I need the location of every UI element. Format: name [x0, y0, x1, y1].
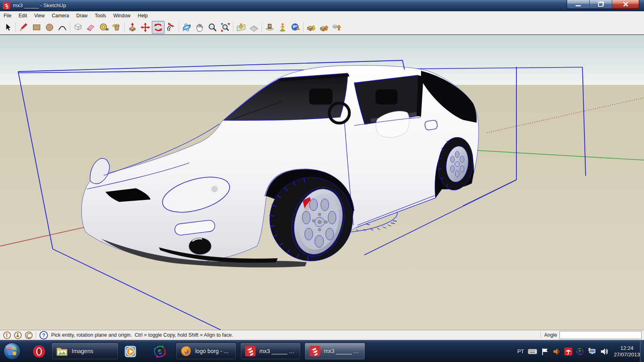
get-models-icon — [306, 22, 316, 33]
arc-tool-button[interactable] — [56, 21, 69, 34]
sketchup-icon — [309, 346, 320, 357]
show-desktop-button[interactable] — [640, 340, 644, 362]
orbit-tool-button[interactable] — [180, 21, 193, 34]
taskbar-button-firefox[interactable]: logo borg - ... — [176, 343, 236, 360]
select-arrow-icon — [3, 22, 13, 33]
opera-icon — [32, 344, 46, 359]
circle-icon — [44, 22, 55, 33]
menu-file[interactable]: File — [0, 12, 15, 20]
status-prompt: Pick entity, rotation plane and origin. … — [51, 332, 233, 338]
minimize-icon — [576, 5, 581, 6]
start-button[interactable] — [2, 341, 22, 361]
toolbar-separator — [124, 22, 125, 33]
menu-view[interactable]: View — [31, 12, 48, 20]
minimize-button[interactable] — [567, 0, 590, 8]
clock-time: 12:24 — [614, 345, 640, 352]
opera-launcher[interactable] — [31, 344, 47, 359]
windows-media-player-icon — [124, 345, 137, 358]
taskbar-button-imagens[interactable]: Imagens — [52, 343, 118, 360]
action-center-tray[interactable] — [541, 348, 549, 356]
menu-draw[interactable]: Draw — [73, 12, 91, 20]
follow-me-icon — [166, 22, 176, 33]
clock[interactable]: 12:24 27/07/2013 — [614, 345, 640, 358]
measurements-input[interactable] — [559, 331, 642, 339]
add-location-tool-button[interactable] — [235, 21, 248, 34]
network-icon — [588, 348, 597, 356]
measurement-label: Angle — [544, 332, 557, 338]
rectangle-tool-button[interactable] — [30, 21, 43, 34]
make-component-tool-button[interactable] — [72, 21, 85, 34]
folder-pictures-icon — [56, 346, 68, 356]
tape-measure-tool-button[interactable] — [97, 21, 110, 34]
rotate-tool-button[interactable] — [152, 21, 165, 34]
modeling-viewport[interactable] — [0, 35, 644, 330]
toolbar-separator — [233, 22, 233, 33]
share-model-tool-button[interactable] — [318, 21, 330, 34]
avira-antivirus-tray[interactable] — [564, 348, 572, 356]
menu-camera[interactable]: Camera — [48, 12, 73, 20]
follow-me-tool-button[interactable] — [165, 21, 178, 34]
terrain-icon — [249, 22, 259, 33]
audio-manager-tray[interactable] — [553, 348, 561, 356]
language-indicator[interactable]: PT — [517, 348, 524, 354]
menu-tools[interactable]: Tools — [91, 12, 110, 20]
toolbar-separator — [303, 22, 303, 33]
close-button[interactable] — [612, 0, 639, 8]
select-tool-button[interactable] — [2, 21, 14, 34]
firefox-icon — [180, 346, 192, 357]
seat-headrest-left — [309, 88, 332, 105]
toggle-terrain-tool-button[interactable] — [248, 21, 260, 34]
google-earth-tool-button[interactable] — [289, 21, 302, 34]
signin-icon[interactable] — [25, 331, 33, 339]
avira-umbrella-icon — [564, 348, 572, 356]
menu-edit[interactable]: Edit — [15, 12, 31, 20]
network-tray[interactable] — [588, 348, 597, 356]
fog-light — [189, 238, 211, 255]
desktop: mx3 _____ - SketchUp File Edit View Came… — [0, 0, 644, 362]
menu-help[interactable]: Help — [134, 12, 151, 20]
taskbar-button-label: Imagens — [72, 348, 93, 354]
photo-textures-tool-button[interactable] — [263, 21, 276, 34]
flag-icon — [541, 348, 549, 356]
close-icon — [623, 2, 628, 7]
taskbar-button-label: logo borg - ... — [195, 348, 229, 354]
paint-bucket-tool-button[interactable] — [110, 21, 123, 34]
share-component-tool-button[interactable] — [330, 21, 343, 34]
earth-app-launcher[interactable] — [152, 344, 167, 359]
google-earth-icon — [290, 22, 301, 33]
earth-app-tray[interactable] — [576, 348, 584, 356]
taskbar-button-sketchup-1[interactable]: mx3 _____ - ... — [240, 343, 301, 360]
speaker-icon — [600, 348, 609, 356]
media-player-launcher[interactable] — [123, 344, 138, 359]
eraser-tool-button[interactable] — [85, 21, 97, 34]
credits-icon[interactable] — [14, 331, 22, 339]
pan-tool-button[interactable] — [193, 21, 206, 34]
restore-button[interactable] — [590, 0, 612, 8]
menu-window[interactable]: Window — [110, 12, 134, 20]
toolbar-separator — [16, 22, 16, 33]
circle-tool-button[interactable] — [43, 21, 56, 34]
zoom-extents-icon — [220, 22, 231, 33]
window-title: mx3 _____ - SketchUp — [13, 2, 66, 8]
help-icon[interactable]: ? — [39, 331, 48, 339]
zoom-extents-tool-button[interactable] — [219, 21, 232, 34]
keyboard-layout-icon[interactable] — [528, 348, 537, 355]
rectangle-icon — [31, 22, 42, 33]
line-tool-button[interactable] — [17, 21, 30, 34]
paint-bucket-icon — [111, 22, 122, 33]
window-titlebar[interactable]: mx3 _____ - SketchUp — [0, 0, 644, 12]
rotate-icon — [153, 22, 163, 33]
get-models-tool-button[interactable] — [305, 21, 318, 34]
push-pull-tool-button[interactable] — [126, 21, 139, 34]
geolocation-icon[interactable] — [3, 331, 11, 339]
taskbar-button-sketchup-2-active[interactable]: mx3 _____ - ... — [305, 343, 365, 360]
toolbar-separator — [70, 22, 70, 33]
move-tool-button[interactable] — [139, 21, 152, 34]
volume-tray[interactable] — [600, 348, 609, 356]
position-camera-tool-button[interactable] — [276, 21, 289, 34]
person-icon — [277, 22, 288, 33]
move-icon — [140, 22, 151, 33]
seat-headrest-right — [376, 89, 398, 105]
toolbar — [0, 20, 644, 35]
zoom-tool-button[interactable] — [206, 21, 219, 34]
